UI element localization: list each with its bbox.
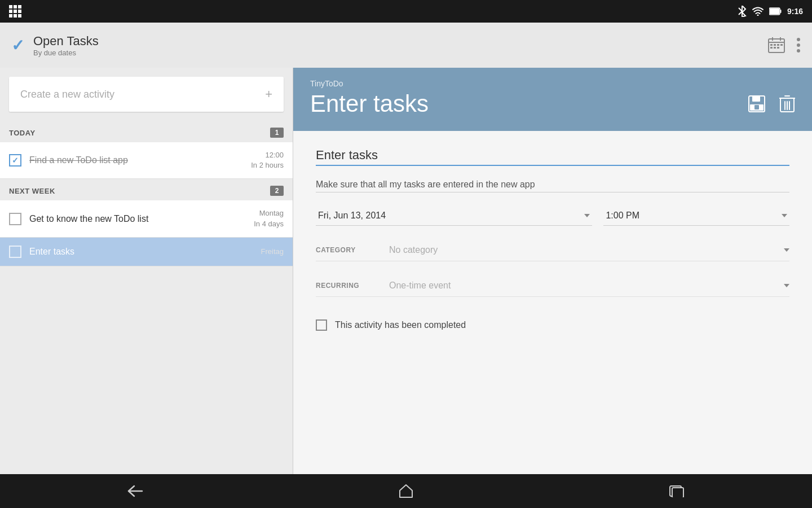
task-name-input[interactable] [316, 148, 789, 163]
calendar-icon [768, 37, 785, 53]
task-time-2: Montag In 4 days [254, 208, 284, 229]
battery-icon [769, 7, 782, 15]
task-title-3: Enter tasks [29, 247, 253, 257]
svg-point-0 [757, 15, 758, 16]
detail-header: TinyToDo Enter tasks [293, 68, 812, 131]
svg-rect-2 [780, 10, 781, 13]
wifi-icon [752, 7, 764, 16]
task-checkbox-3[interactable] [9, 246, 21, 258]
recent-apps-button[interactable] [669, 485, 685, 497]
task-time-value-1: 12:00 [251, 150, 284, 160]
task-text-group-3: Enter tasks [29, 247, 253, 257]
top-bar-subtitle: By due dates [33, 49, 99, 57]
delete-button[interactable] [779, 95, 795, 113]
bottom-nav [0, 474, 812, 508]
today-label: TODAY [9, 129, 36, 137]
task-description-field[interactable]: Make sure that all my tasks are entered … [316, 179, 789, 192]
detail-body: Make sure that all my tasks are entered … [293, 131, 812, 357]
main-layout: Create a new activity + TODAY 1 Find a n… [0, 68, 812, 474]
next-week-badge: 2 [270, 186, 284, 196]
svg-rect-11 [780, 44, 783, 46]
task-time-value-3: Freitag [261, 247, 284, 257]
svg-rect-21 [754, 105, 759, 110]
completed-checkbox[interactable] [316, 319, 327, 331]
delete-icon [779, 95, 795, 113]
task-checkbox-1[interactable] [9, 154, 21, 167]
status-bar-right: 9:16 [738, 6, 803, 17]
task-text-group-1: Find a new ToDo list app [29, 155, 243, 165]
task-time-detail-1: In 2 hours [251, 160, 284, 170]
recurring-dropdown-arrow-icon [784, 284, 789, 287]
task-checkbox-2[interactable] [9, 213, 21, 225]
home-button[interactable] [399, 484, 413, 498]
top-bar-left: ✓ Open Tasks By due dates [11, 34, 99, 57]
status-time: 9:16 [787, 7, 803, 16]
save-button[interactable] [748, 95, 766, 113]
back-button[interactable] [127, 485, 143, 497]
task-item-selected[interactable]: Enter tasks Freitag [0, 238, 293, 266]
left-panel: Create a new activity + TODAY 1 Find a n… [0, 68, 293, 474]
today-badge: 1 [270, 128, 284, 138]
svg-rect-19 [752, 96, 760, 102]
date-value: Fri, Jun 13, 2014 [318, 211, 580, 221]
svg-point-16 [797, 43, 800, 47]
recent-apps-icon [669, 485, 685, 497]
svg-rect-3 [770, 8, 779, 14]
completed-row: This activity has been completed [316, 310, 789, 340]
home-icon [399, 484, 413, 498]
bluetooth-icon [738, 6, 747, 17]
task-name-field[interactable] [316, 148, 789, 166]
back-icon [127, 485, 143, 497]
category-label: CATEGORY [316, 246, 389, 254]
task-title-2: Get to know the new ToDo list [29, 214, 246, 224]
save-icon [748, 95, 766, 113]
create-activity-placeholder: Create a new activity [20, 89, 114, 100]
task-time-3: Freitag [261, 247, 284, 257]
svg-rect-12 [770, 47, 773, 49]
date-dropdown-arrow-icon [584, 214, 590, 217]
status-bar: 9:16 [0, 0, 812, 23]
more-options-button[interactable] [796, 37, 801, 53]
today-section-header: TODAY 1 [0, 123, 293, 142]
svg-point-17 [797, 49, 800, 52]
top-bar-title-group: Open Tasks By due dates [33, 34, 99, 57]
svg-rect-10 [777, 44, 779, 46]
detail-header-right [748, 95, 795, 117]
recurring-row[interactable]: RECURRING One-time event [316, 275, 789, 297]
create-activity-bar[interactable]: Create a new activity + [9, 77, 284, 112]
time-dropdown-arrow-icon [782, 214, 787, 217]
completed-label: This activity has been completed [335, 320, 466, 330]
task-title-1: Find a new ToDo list app [29, 155, 243, 165]
time-field[interactable]: 1:00 PM [603, 206, 789, 226]
date-field[interactable]: Fri, Jun 13, 2014 [316, 206, 592, 226]
svg-marker-29 [400, 485, 412, 497]
svg-rect-9 [774, 44, 776, 46]
next-week-label: NEXT WEEK [9, 187, 55, 195]
recurring-value: One-time event [389, 281, 779, 291]
category-dropdown-arrow-icon [784, 248, 789, 252]
app-checkmark-icon: ✓ [11, 36, 24, 55]
svg-rect-8 [770, 44, 773, 46]
top-bar: ✓ Open Tasks By due dates [0, 23, 812, 68]
top-bar-title: Open Tasks [33, 34, 99, 49]
calendar-button[interactable] [768, 37, 785, 53]
detail-app-name: TinyToDo [310, 79, 429, 88]
task-description-text: Make sure that all my tasks are entered … [316, 179, 535, 189]
right-panel: TinyToDo Enter tasks [293, 68, 812, 474]
detail-task-title: Enter tasks [310, 90, 429, 117]
recurring-label: RECURRING [316, 282, 389, 290]
next-week-section-header: NEXT WEEK 2 [0, 181, 293, 200]
svg-point-15 [797, 38, 800, 41]
task-item[interactable]: Find a new ToDo list app 12:00 In 2 hour… [0, 142, 293, 179]
time-value: 1:00 PM [606, 211, 777, 221]
category-value: No category [389, 245, 779, 255]
date-time-row: Fri, Jun 13, 2014 1:00 PM [316, 206, 789, 226]
task-item[interactable]: Get to know the new ToDo list Montag In … [0, 200, 293, 237]
category-row[interactable]: CATEGORY No category [316, 239, 789, 261]
status-bar-left [9, 5, 21, 17]
svg-rect-13 [774, 47, 776, 49]
svg-rect-14 [777, 47, 779, 49]
task-time-value-2: Montag [254, 208, 284, 218]
create-activity-plus-icon: + [265, 87, 272, 102]
top-bar-right [768, 37, 801, 53]
